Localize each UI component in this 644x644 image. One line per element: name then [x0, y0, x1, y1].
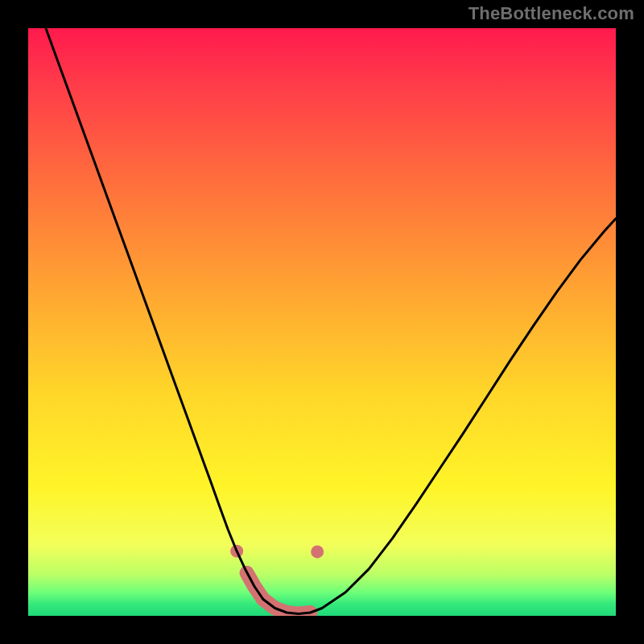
watermark-text: TheBottleneck.com	[469, 3, 634, 24]
series-curve	[46, 28, 616, 613]
chart-root: TheBottleneck.com	[0, 0, 644, 644]
highlight-markers	[230, 545, 324, 614]
bottleneck-curve	[46, 28, 616, 613]
highlight-dot	[311, 545, 324, 558]
chart-overlay	[28, 28, 616, 616]
highlight-segment	[247, 573, 311, 614]
